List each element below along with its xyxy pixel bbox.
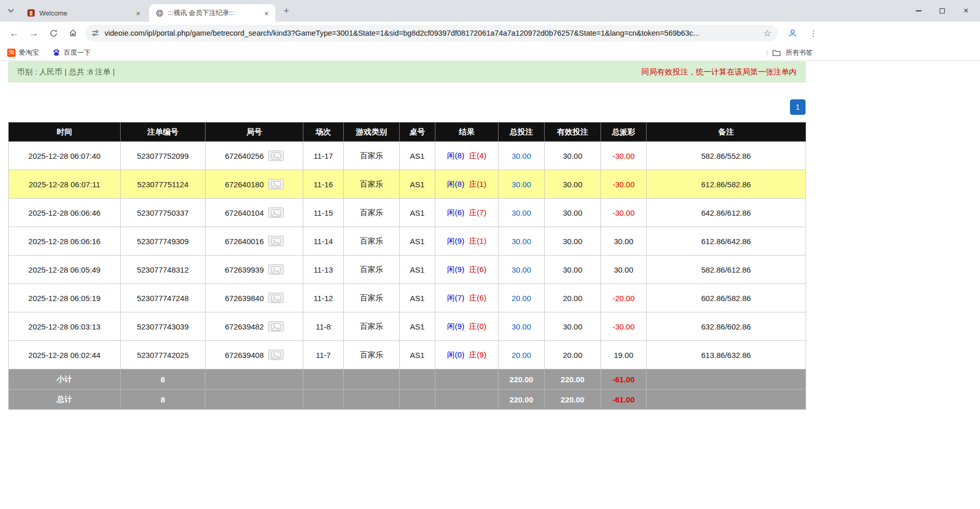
- window-maximize-button[interactable]: [930, 0, 954, 22]
- cell-payout: -30.00: [601, 170, 647, 199]
- video-replay-icon: [271, 153, 281, 160]
- reload-button[interactable]: [46, 25, 61, 41]
- browser-tab-welcome[interactable]: Welcome ×: [21, 4, 147, 22]
- all-bookmarks[interactable]: | 所有书签: [766, 48, 812, 57]
- cell-payout: 30.00: [601, 227, 647, 256]
- summary-empty: [206, 369, 303, 390]
- summary-label: 总计: [9, 390, 121, 410]
- video-replay-button[interactable]: [268, 350, 284, 360]
- cell-time: 2025-12-28 06:06:16: [9, 227, 121, 256]
- cell-bet-id: 523077751124: [121, 170, 206, 199]
- summary-row: 总计 8 220.00 220.00 -61.00: [9, 390, 806, 410]
- cell-note: 612.86/582.86: [647, 170, 806, 199]
- summary-empty: [303, 390, 344, 410]
- cell-valid-bet: 30.00: [545, 170, 601, 199]
- info-banner: 币别 : 人民币 | 总共 :8 注单 | 同局有效投注，统一计算在该局第一张注…: [8, 62, 806, 82]
- result-banker: 庄(6): [469, 265, 486, 274]
- cell-game-type: 百家乐: [344, 170, 400, 199]
- column-header: 桌号: [400, 123, 435, 142]
- cell-table-no: AS1: [400, 312, 435, 341]
- cell-table-no: AS1: [400, 284, 435, 312]
- cell-note: 613.86/632.86: [647, 341, 806, 369]
- video-replay-button[interactable]: [268, 321, 284, 332]
- url-text[interactable]: videoie.com/ipl/portal.php/game/betrecor…: [105, 29, 758, 37]
- cell-table-no: AS1: [400, 199, 435, 227]
- table-row[interactable]: 2025-12-28 06:07:11 523077751124 6726401…: [9, 170, 806, 199]
- cell-time: 2025-12-28 06:06:46: [9, 199, 121, 227]
- cell-note: 612.86/642.86: [647, 227, 806, 256]
- cell-table-no: AS1: [400, 227, 435, 256]
- cell-game-type: 百家乐: [344, 227, 400, 256]
- pagination: 1: [8, 99, 806, 115]
- forward-button[interactable]: →: [26, 25, 41, 41]
- cell-table-no: AS1: [400, 256, 435, 284]
- table-row[interactable]: 2025-12-28 06:07:40 523077752099 6726402…: [9, 142, 806, 170]
- cell-total-bet[interactable]: 20.00: [499, 284, 545, 312]
- cell-total-bet[interactable]: 30.00: [499, 142, 545, 170]
- summary-count: 8: [121, 390, 206, 410]
- page-1-button[interactable]: 1: [790, 99, 806, 115]
- cell-total-bet[interactable]: 30.00: [499, 312, 545, 341]
- bet-table-footer: 小计 8 220.00 220.00 -61.00 总计 8 220.00 22…: [9, 369, 806, 410]
- url-bar[interactable]: videoie.com/ipl/portal.php/game/betrecor…: [85, 25, 778, 41]
- new-tab-button[interactable]: +: [280, 4, 293, 18]
- tab-close-icon[interactable]: ×: [262, 8, 271, 18]
- cell-total-bet[interactable]: 30.00: [499, 227, 545, 256]
- video-replay-button[interactable]: [268, 293, 284, 303]
- window-minimize-button[interactable]: [906, 0, 930, 22]
- round-number: 672639939: [225, 265, 264, 274]
- cell-total-bet[interactable]: 30.00: [499, 199, 545, 227]
- welcome-favicon: [27, 9, 35, 17]
- column-header: 总派彩: [601, 123, 647, 142]
- browser-tab-bet-records[interactable]: :::视讯 会员下注纪录::: ×: [149, 4, 275, 22]
- tab-title: Welcome: [39, 9, 129, 17]
- table-row[interactable]: 2025-12-28 06:03:13 523077743039 6726394…: [9, 312, 806, 341]
- summary-total-bet: 220.00: [499, 390, 545, 410]
- home-button[interactable]: [65, 25, 81, 41]
- table-row[interactable]: 2025-12-28 06:06:16 523077749309 6726400…: [9, 227, 806, 256]
- result-player: 闲(8): [447, 179, 464, 188]
- cell-valid-bet: 30.00: [545, 199, 601, 227]
- bookmark-baidu[interactable]: 百度一下: [52, 48, 91, 57]
- bookmark-star-icon[interactable]: ☆: [764, 28, 771, 39]
- video-replay-icon: [271, 238, 281, 245]
- cell-bet-id: 523077747248: [121, 284, 206, 312]
- browser-navbar: ← → videoie.com/ipl/portal.php/game/betr…: [0, 22, 980, 44]
- cell-payout: -20.00: [601, 284, 647, 312]
- summary-empty: [206, 390, 303, 410]
- video-replay-button[interactable]: [268, 207, 284, 218]
- bet-table-header-row: 时间注单编号局号场次游戏类别桌号结果总投注有效投注总派彩备注: [9, 123, 806, 142]
- column-header: 局号: [206, 123, 303, 142]
- summary-empty: [435, 369, 499, 390]
- video-replay-button[interactable]: [268, 264, 284, 275]
- tab-search-button[interactable]: [4, 4, 18, 18]
- back-button[interactable]: ←: [6, 25, 22, 41]
- maximize-icon: [940, 8, 945, 13]
- profile-button[interactable]: [785, 25, 800, 41]
- cell-total-bet[interactable]: 20.00: [499, 341, 545, 369]
- cell-table-no: AS1: [400, 341, 435, 369]
- cell-total-bet[interactable]: 30.00: [499, 256, 545, 284]
- cell-round: 672640256: [206, 142, 303, 170]
- browser-menu-button[interactable]: ⋮: [806, 25, 821, 41]
- cell-table-no: AS1: [400, 170, 435, 199]
- round-number: 672639482: [225, 322, 264, 331]
- table-row[interactable]: 2025-12-28 06:05:49 523077748312 6726399…: [9, 256, 806, 284]
- cell-session: 11-8: [303, 312, 344, 341]
- summary-empty: [344, 369, 400, 390]
- video-replay-button[interactable]: [268, 151, 284, 161]
- result-banker: 庄(1): [469, 236, 486, 245]
- video-replay-button[interactable]: [268, 236, 284, 246]
- cell-result: 闲(9) 庄(1): [435, 227, 499, 256]
- cell-total-bet[interactable]: 30.00: [499, 170, 545, 199]
- cell-bet-id: 523077742025: [121, 341, 206, 369]
- video-replay-button[interactable]: [268, 179, 284, 189]
- bookmark-taobao[interactable]: 淘 爱淘宝: [7, 48, 39, 57]
- table-row[interactable]: 2025-12-28 06:06:46 523077750337 6726401…: [9, 199, 806, 227]
- table-row[interactable]: 2025-12-28 06:02:44 523077742025 6726394…: [9, 341, 806, 369]
- cell-valid-bet: 30.00: [545, 256, 601, 284]
- table-row[interactable]: 2025-12-28 06:05:19 523077747248 6726398…: [9, 284, 806, 312]
- tab-close-icon[interactable]: ×: [134, 8, 143, 18]
- window-close-button[interactable]: ×: [954, 0, 978, 22]
- globe-icon: [155, 9, 164, 17]
